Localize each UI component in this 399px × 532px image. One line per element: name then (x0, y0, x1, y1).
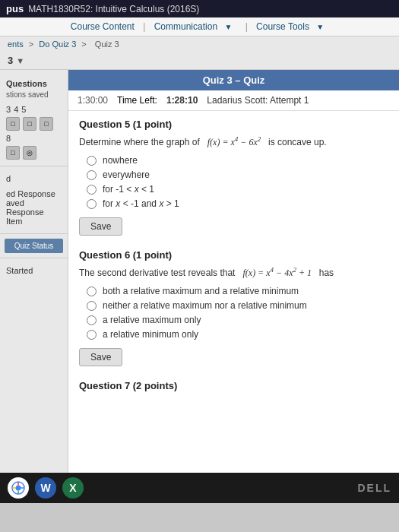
question-6-block: Question 6 (1 point) The second derivati… (79, 249, 388, 366)
sidebar-icon-4[interactable]: □ (6, 146, 20, 160)
question-6-text: The second derivative test reveals that … (79, 265, 388, 280)
sidebar-divider-3 (0, 258, 68, 258)
time-left-label: Time Left: (117, 95, 157, 106)
student-name: Ladarius Scott: Attempt 1 (207, 95, 309, 106)
q6-radio-2[interactable] (87, 301, 97, 311)
sidebar-divider-2 (0, 233, 68, 234)
q6-option-4-label: a relative minimum only (103, 329, 198, 340)
q5-radio-3[interactable] (87, 185, 97, 195)
q5-radio-4[interactable] (87, 199, 97, 209)
sidebar-d-label: d (6, 174, 62, 183)
question-6-formula: f(x) = x4 − 4x2 + 1 (242, 268, 314, 278)
q6-option-2[interactable]: neither a relative maximum nor a relativ… (87, 300, 388, 311)
brand-label: pus (6, 3, 24, 14)
course-title: MATH1830R52: Intuitive Calculus (2016S) (28, 4, 199, 14)
q5-save-button[interactable]: Save (79, 217, 122, 236)
breadcrumb-sep-2: > (81, 40, 86, 49)
main-container: Questions stions saved 3 4 5 □ □ □ 8 □ ◎… (0, 70, 399, 473)
q6-radio-4[interactable] (87, 330, 97, 340)
timer-bar: 1:30:00 Time Left: 1:28:10 Ladarius Scot… (68, 90, 399, 111)
q5-radio-1[interactable] (87, 156, 97, 166)
questions-area: Question 5 (1 point) Determine where the… (68, 111, 399, 413)
question-6-title: Question 6 (1 point) (79, 249, 388, 261)
sidebar-questions-section: Questions stions saved (0, 76, 68, 103)
sidebar-icons-row1: □ □ □ (0, 116, 68, 132)
chrome-icon[interactable] (8, 477, 29, 499)
sidebar-icon-3[interactable]: □ (40, 117, 53, 131)
quiz-header-title: Quiz 3 – Quiz (203, 74, 265, 86)
nav-course-tools[interactable]: Course Tools ▼ (256, 21, 328, 32)
q6-radio-3[interactable] (87, 315, 97, 325)
q5-option-4-label: for x < -1 and x > 1 (103, 198, 179, 209)
sidebar-num-8[interactable]: 8 (6, 134, 11, 143)
student-label: Ladarius Scott: (207, 95, 268, 106)
q6-save-button[interactable]: Save (79, 348, 122, 366)
bottom-bar: W X DELL (0, 473, 399, 503)
question-6-options: both a relative maximum and a relative m… (87, 286, 388, 340)
sidebar-saved-label: stions saved (6, 90, 62, 99)
quiz-header-bar: Quiz 3 – Quiz (68, 70, 399, 90)
question-5-block: Question 5 (1 point) Determine where the… (79, 119, 388, 236)
attempt-label: Attempt 1 (270, 95, 309, 106)
excel-icon[interactable]: X (62, 477, 84, 499)
quiz-number: 3 (8, 55, 13, 66)
q6-option-1[interactable]: both a relative maximum and a relative m… (87, 286, 388, 296)
course-tools-dropdown-arrow: ▼ (316, 23, 324, 31)
sidebar-icon-5[interactable]: ◎ (23, 146, 36, 160)
sidebar-icon-2[interactable]: □ (23, 117, 36, 131)
quiz-dropdown-arrow[interactable]: ▼ (16, 56, 24, 65)
sidebar-icon-1[interactable]: □ (6, 117, 20, 131)
q5-option-3[interactable]: for -1 < x < 1 (87, 184, 388, 195)
sidebar-num-4[interactable]: 4 (14, 105, 18, 114)
quiz-status-button[interactable]: Quiz Status (5, 239, 63, 253)
quiz-selector: 3 ▼ (0, 52, 399, 70)
nav-separator-1: | (143, 21, 145, 32)
top-bar: pus MATH1830R52: Intuitive Calculus (201… (0, 0, 399, 17)
question-7-block: Question 7 (2 points) (79, 380, 388, 391)
q5-option-4[interactable]: for x < -1 and x > 1 (87, 198, 388, 209)
q5-radio-2[interactable] (87, 170, 97, 180)
sidebar-num-3[interactable]: 3 (6, 105, 11, 114)
q6-option-4[interactable]: a relative minimum only (87, 329, 388, 340)
breadcrumb-sep-1: > (29, 40, 33, 49)
sidebar-divider-1 (0, 166, 68, 166)
q6-save-label: Save (90, 352, 111, 363)
question-5-text: Determine where the graph of f(x) = x4 −… (79, 135, 388, 149)
dell-logo: DELL (357, 482, 391, 494)
svg-point-1 (16, 486, 21, 491)
q6-radio-1[interactable] (87, 287, 97, 296)
sidebar: Questions stions saved 3 4 5 □ □ □ 8 □ ◎… (0, 70, 68, 473)
nav-course-content[interactable]: Course Content (71, 21, 135, 32)
attempt-time-label: 1:30:00 (78, 95, 108, 106)
sidebar-questions-label: Questions (6, 79, 62, 88)
sidebar-started-section: Started (0, 263, 68, 278)
content-area: Quiz 3 – Quiz 1:30:00 Time Left: 1:28:10… (68, 70, 399, 473)
q5-option-1-label: nowhere (103, 155, 138, 166)
question-5-formula: f(x) = x4 − 6x2 (207, 137, 264, 147)
quiz-status-label: Quiz Status (14, 242, 54, 250)
q5-option-1[interactable]: nowhere (87, 155, 388, 166)
question-5-options: nowhere everywhere for -1 < x < 1 for x … (87, 155, 388, 209)
breadcrumb-do-quiz[interactable]: Do Quiz 3 (39, 40, 76, 49)
nav-communication[interactable]: Communication ▼ (154, 21, 237, 32)
q5-option-3-label: for -1 < x < 1 (103, 184, 154, 195)
breadcrumb-students[interactable]: ents (8, 40, 24, 49)
sidebar-item: Item (6, 217, 62, 226)
sidebar-started-label: Started (6, 266, 62, 275)
communication-dropdown-arrow: ▼ (224, 23, 232, 31)
sidebar-num-5[interactable]: 5 (21, 105, 26, 114)
word-icon[interactable]: W (35, 477, 56, 499)
q6-option-3-label: a relative maximum only (103, 315, 201, 325)
q5-option-2[interactable]: everywhere (87, 169, 388, 180)
sidebar-icons-row2: □ ◎ (0, 144, 68, 161)
q6-option-1-label: both a relative maximum and a relative m… (103, 286, 299, 296)
sidebar-response-section: ed Response aved Response Item (0, 186, 68, 229)
q6-option-3[interactable]: a relative maximum only (87, 315, 388, 325)
breadcrumb-quiz3: Quiz 3 (95, 40, 119, 49)
sidebar-aved-response: aved Response (6, 198, 62, 217)
nav-separator-2: | (245, 21, 248, 32)
sidebar-numbers-row1: 3 4 5 (0, 103, 68, 116)
q5-save-label: Save (90, 221, 111, 232)
q6-option-2-label: neither a relative maximum nor a relativ… (103, 300, 307, 311)
sidebar-d-section: d (0, 171, 68, 186)
